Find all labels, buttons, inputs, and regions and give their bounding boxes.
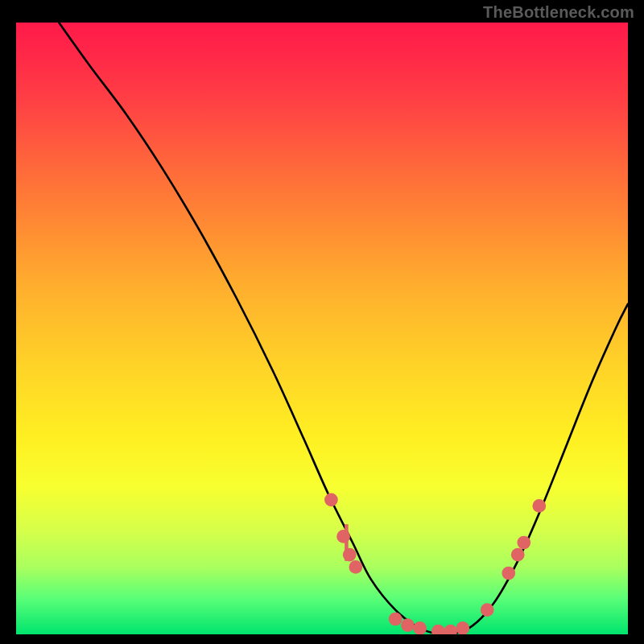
marker-dot [343, 548, 357, 562]
curve-svg [16, 23, 628, 634]
chart-container: TheBottleneck.com [0, 0, 644, 644]
marker-dot [413, 621, 427, 634]
marker-dot [456, 621, 469, 634]
plot-area [16, 23, 628, 634]
marker-dots [324, 493, 546, 634]
marker-dot [324, 493, 338, 506]
marker-dot [401, 618, 415, 632]
marker-dot [336, 530, 350, 543]
marker-dot [444, 625, 457, 634]
marker-dot [517, 536, 530, 550]
marker-dot [532, 499, 546, 513]
marker-dot [431, 625, 445, 634]
marker-dot [511, 548, 525, 562]
marker-dot [502, 567, 515, 580]
marker-dot [349, 560, 362, 574]
watermark-text: TheBottleneck.com [483, 3, 634, 22]
marker-dot [389, 613, 402, 626]
marker-dot [481, 603, 494, 617]
